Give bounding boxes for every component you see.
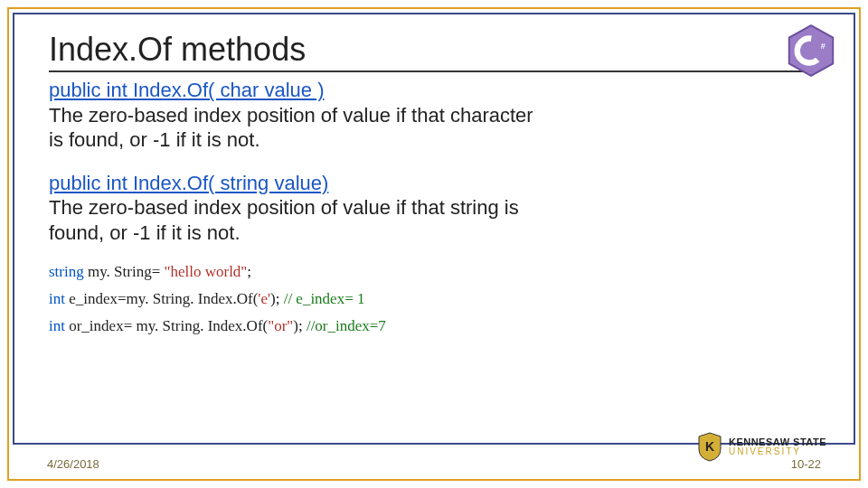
- method2-description: The zero-based index position of value i…: [49, 195, 819, 245]
- method2-desc-line1: The zero-based index position of value i…: [49, 196, 519, 219]
- svg-text:#: #: [821, 42, 826, 51]
- slide-content-frame: Index.Of methods public int Index.Of( ch…: [13, 13, 855, 445]
- code-l1-rest: my. String=: [84, 263, 165, 280]
- method1-desc-line2: is found, or -1 if it is not.: [49, 128, 260, 151]
- csharp-icon: #: [787, 23, 835, 78]
- string-literal-2: "or": [268, 317, 293, 334]
- char-literal: 'e': [258, 290, 270, 307]
- code-l3-rest: or_index= my. String. Index.Of(: [65, 317, 268, 334]
- method1-desc-line1: The zero-based index position of value i…: [49, 104, 533, 127]
- footer-page-number: 10-22: [791, 457, 821, 471]
- slide-footer: 4/26/2018 10-22: [13, 448, 855, 479]
- footer-date: 4/26/2018: [47, 457, 99, 471]
- code-l2-mid: );: [270, 290, 284, 307]
- keyword-int-1: int: [49, 290, 65, 307]
- code-l1-end: ;: [247, 263, 251, 280]
- keyword-string: string: [49, 263, 84, 280]
- string-literal-1: "hello world": [165, 263, 248, 280]
- method1-link: public int Index.Of( char value ): [49, 79, 324, 101]
- code-line-1: string my. String= "hello world";: [49, 263, 819, 281]
- code-l3-mid: );: [293, 317, 307, 334]
- method1-signature: public int Index.Of( char value ): [49, 78, 819, 103]
- ksu-name: KENNESAW STATE: [729, 437, 826, 447]
- code-l2-rest: e_index=my. String. Index.Of(: [65, 290, 258, 307]
- method2-desc-line2: found, or -1 if it is not.: [49, 221, 241, 244]
- code-line-2: int e_index=my. String. Index.Of('e'); /…: [49, 290, 819, 308]
- method2-signature: public int Index.Of( string value): [49, 171, 819, 196]
- code-line-3: int or_index= my. String. Index.Of("or")…: [49, 317, 819, 335]
- comment-2: //or_index=7: [307, 317, 386, 334]
- slide-title: Index.Of methods: [49, 31, 819, 72]
- method1-description: The zero-based index position of value i…: [49, 103, 819, 153]
- keyword-int-2: int: [49, 317, 65, 334]
- method2-link: public int Index.Of( string value): [49, 172, 328, 194]
- comment-1: // e_index= 1: [284, 290, 365, 307]
